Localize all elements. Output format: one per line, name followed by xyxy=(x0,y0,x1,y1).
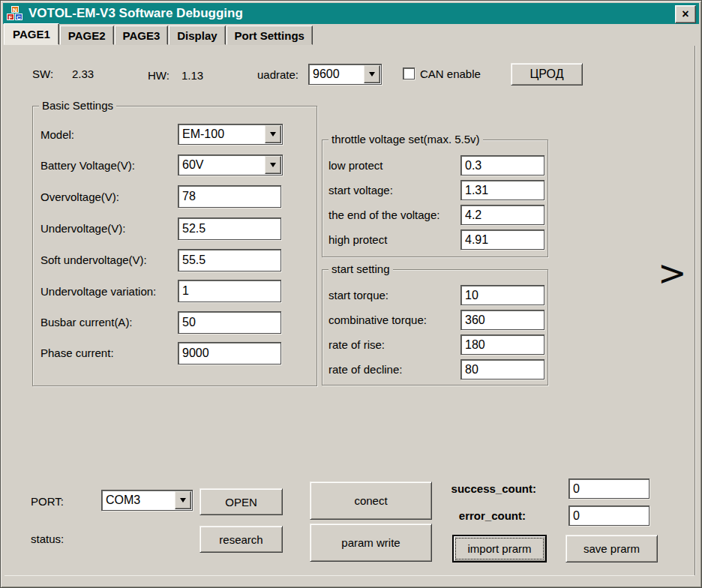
tab-strip: PAGE1 PAGE2 PAGE3 Display Port Settings xyxy=(4,24,314,45)
bottom-panel-edge-highlight xyxy=(4,575,694,576)
combinative-torque-input[interactable] xyxy=(460,310,544,330)
tab-page2[interactable]: PAGE2 xyxy=(60,26,114,45)
tab-display-label: Display xyxy=(177,29,217,42)
triangle-down-icon xyxy=(369,72,375,76)
app-icon: N F C xyxy=(7,6,23,21)
overvoltage-input[interactable] xyxy=(178,185,281,208)
tab-page3-label: PAGE3 xyxy=(123,29,160,42)
start-setting-title: start setting xyxy=(328,262,393,275)
open-button-label: OPEN xyxy=(225,496,257,508)
baudrate-dropdown-arrow-icon[interactable] xyxy=(364,65,380,83)
start-torque-input[interactable] xyxy=(460,285,544,305)
param-write-button-label: param write xyxy=(341,536,400,549)
throttle-voltage-title: throttle voltage set(max. 5.5v) xyxy=(328,133,483,146)
rate-of-decline-input[interactable] xyxy=(460,359,544,380)
tab-port-settings[interactable]: Port Settings xyxy=(226,26,313,45)
battery-voltage-label: Battery Voltage(V): xyxy=(40,159,135,172)
research-button-label: research xyxy=(219,533,262,546)
tab-port-settings-label: Port Settings xyxy=(235,29,304,42)
crod-button[interactable]: ЦРОД xyxy=(511,63,583,86)
window-title: VOTOL-EM-V3 Software Debugging xyxy=(28,6,243,21)
research-button[interactable]: research xyxy=(200,526,283,553)
overvoltage-label: Overvoltage(V): xyxy=(40,190,119,203)
next-page-arrow[interactable]: > xyxy=(658,256,687,290)
app-icon-block-c: C xyxy=(15,14,22,20)
end-of-voltage-label: the end of the voltage: xyxy=(328,208,440,221)
error-count-label: error_count: xyxy=(446,509,526,522)
close-icon: × xyxy=(682,8,688,21)
tab-page1[interactable]: PAGE1 xyxy=(4,23,59,45)
right-panel-edge-highlight xyxy=(695,46,696,575)
soft-undervoltage-label: Soft undervoltage(V): xyxy=(40,254,147,266)
app-icon-block-f: F xyxy=(7,14,14,20)
busbar-current-input[interactable] xyxy=(178,311,281,334)
title-bar: N F C VOTOL-EM-V3 Software Debugging × xyxy=(3,3,699,24)
model-combobox[interactable]: EM-100 xyxy=(178,124,283,145)
port-label: PORT: xyxy=(31,495,64,508)
low-protect-input[interactable] xyxy=(460,155,544,176)
model-label: Model: xyxy=(40,128,74,141)
can-enable-label: CAN enable xyxy=(420,68,481,80)
rate-of-rise-label: rate of rise: xyxy=(328,338,385,351)
status-label: status: xyxy=(31,532,64,545)
error-count-input[interactable] xyxy=(568,506,650,526)
model-value: EM-100 xyxy=(178,128,264,141)
triangle-down-icon xyxy=(180,498,186,502)
success-count-label: success_count: xyxy=(446,482,536,495)
app-window: N F C VOTOL-EM-V3 Software Debugging × P… xyxy=(0,0,702,588)
triangle-down-icon xyxy=(270,132,276,136)
start-voltage-label: start voltage: xyxy=(328,184,393,196)
import-param-button[interactable]: import prarm xyxy=(452,535,547,562)
low-protect-label: low protect xyxy=(328,159,383,172)
model-dropdown-arrow-icon[interactable] xyxy=(265,125,281,143)
port-dropdown-arrow-icon[interactable] xyxy=(175,491,191,509)
sw-value: 2.33 xyxy=(72,68,94,80)
end-of-voltage-input[interactable] xyxy=(460,205,544,225)
hw-value: 1.13 xyxy=(182,69,203,82)
triangle-down-icon xyxy=(270,163,276,167)
basic-settings-title: Basic Settings xyxy=(39,99,116,112)
port-value: COM3 xyxy=(102,494,174,507)
rate-of-decline-label: rate of decline: xyxy=(328,363,402,376)
open-button[interactable]: OPEN xyxy=(200,488,283,515)
hw-label: HW: xyxy=(148,69,170,82)
tab-page1-label: PAGE1 xyxy=(13,28,50,40)
start-torque-label: start torque: xyxy=(328,289,388,302)
app-icon-block-n: N xyxy=(11,6,19,13)
undervoltage-variation-label: Undervoltage variation: xyxy=(40,285,156,298)
sw-label: SW: xyxy=(32,68,53,80)
busbar-current-label: Busbar current(A): xyxy=(40,316,133,328)
param-write-button[interactable]: param write xyxy=(310,524,432,562)
conect-button-label: conect xyxy=(354,494,387,507)
undervoltage-variation-input[interactable] xyxy=(178,280,281,302)
battery-voltage-combobox[interactable]: 60V xyxy=(178,154,283,176)
tab-page2-label: PAGE2 xyxy=(68,29,106,42)
baudrate-label: uadrate: xyxy=(235,68,298,81)
close-button[interactable]: × xyxy=(675,5,696,23)
import-param-button-label: import prarm xyxy=(467,542,531,555)
battery-voltage-dropdown-arrow-icon[interactable] xyxy=(265,156,281,174)
tab-display[interactable]: Display xyxy=(169,26,225,45)
can-enable-checkbox[interactable] xyxy=(403,68,415,80)
basic-settings-group: Basic Settings Model: EM-100 Battery Vol… xyxy=(32,106,317,386)
baudrate-combobox[interactable]: 9600 xyxy=(308,64,382,85)
baudrate-value: 9600 xyxy=(309,68,363,81)
high-protect-label: high protect xyxy=(328,233,387,246)
undervoltage-input[interactable] xyxy=(178,218,281,240)
undervoltage-label: Undervoltage(V): xyxy=(40,222,125,235)
save-param-button-label: save prarm xyxy=(584,542,640,555)
rate-of-rise-input[interactable] xyxy=(460,334,544,355)
soft-undervoltage-input[interactable] xyxy=(178,249,281,272)
phase-current-label: Phase current: xyxy=(40,346,114,359)
high-protect-input[interactable] xyxy=(460,230,544,250)
tab-page3[interactable]: PAGE3 xyxy=(115,26,169,45)
start-voltage-input[interactable] xyxy=(460,180,544,200)
port-combobox[interactable]: COM3 xyxy=(101,490,193,511)
phase-current-input[interactable] xyxy=(178,342,281,364)
start-setting-group: start setting start torque: combinative … xyxy=(322,269,548,386)
success-count-input[interactable] xyxy=(568,478,650,499)
conect-button[interactable]: conect xyxy=(310,482,432,520)
combinative-torque-label: combinative torque: xyxy=(328,314,427,326)
throttle-voltage-group: throttle voltage set(max. 5.5v) low prot… xyxy=(322,140,548,257)
save-param-button[interactable]: save prarm xyxy=(566,535,658,562)
